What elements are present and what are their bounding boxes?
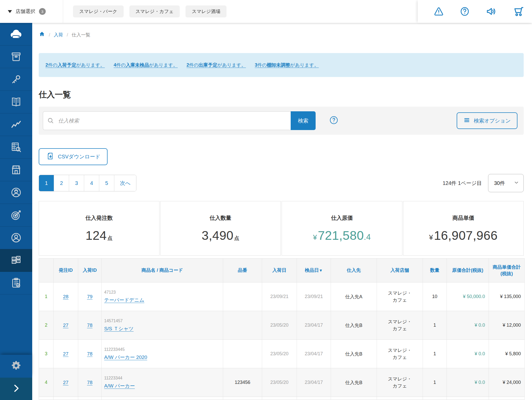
table-row: 1 28 79 47123テーパードデニム 23/09/21 23/09/21 … [39, 282, 525, 311]
sidebar-expand-button[interactable] [0, 378, 32, 400]
alert-icon[interactable] [433, 6, 444, 17]
page-button-1[interactable]: 1 [39, 175, 54, 191]
sidebar-item-settings[interactable] [0, 355, 32, 378]
notice-link-stocktake[interactable]: 3件の棚卸未調整があります。 [255, 62, 319, 68]
sidebar-item-customers[interactable] [0, 227, 32, 249]
search-icon [47, 117, 54, 125]
home-icon [39, 33, 45, 38]
page-button-3[interactable]: 3 [69, 175, 84, 191]
inventory-drawers-icon [10, 254, 22, 266]
help-icon[interactable] [459, 6, 470, 17]
product-name-link[interactable]: A/W パーカー [104, 383, 135, 389]
product-code: 11223344 [104, 376, 220, 380]
header-arrival-date[interactable]: 入荷日 [262, 259, 297, 282]
sidebar-item-staff[interactable] [0, 181, 32, 204]
order-id-link[interactable]: 27 [63, 322, 68, 328]
inspection-date: 23/04/17 [297, 311, 331, 340]
product-code: 47123 [104, 290, 220, 295]
supplier: 仕入先B [331, 311, 377, 340]
header-product[interactable]: 商品名 / 商品コード [102, 259, 223, 282]
customer-icon [10, 232, 22, 244]
header-supplier[interactable]: 仕入先 [331, 259, 377, 282]
page-size-select[interactable]: 30件 [488, 174, 524, 192]
header-part-number[interactable]: 品番 [223, 259, 262, 282]
clipboard-check-icon [10, 277, 22, 289]
search-help-button[interactable] [329, 115, 338, 126]
inspection-date: 23/04/17 [297, 368, 331, 397]
arrival-id-link[interactable]: 78 [87, 322, 92, 328]
page-button-2[interactable]: 2 [54, 175, 69, 191]
header-arrival-id[interactable]: 入荷ID [78, 259, 102, 282]
sidebar-item-catalog[interactable] [0, 91, 32, 113]
sidebar-item-cloud[interactable] [0, 23, 32, 46]
sidebar-item-products[interactable] [0, 46, 32, 68]
table-row: 3 27 78 112233445A/W パーカー 2020 23/05/20 … [39, 340, 525, 368]
notice-link-shipping[interactable]: 2件の出庫予定があります。 [187, 62, 246, 68]
csv-download-button[interactable]: CSVダウンロード [39, 148, 108, 165]
product-name-link[interactable]: テーパードデニム [104, 297, 144, 303]
summary-card-unit-price: 商品単価 ¥16,907,966 [403, 201, 524, 256]
store-selector-label: 店舗選択 [16, 8, 35, 15]
arrival-id-link[interactable]: 78 [87, 351, 92, 357]
sidebar-item-store[interactable] [0, 159, 32, 181]
order-id-link[interactable]: 27 [63, 351, 68, 357]
product-name-link[interactable]: A/W パーカー 2020 [104, 354, 147, 360]
header-inspection-date[interactable]: 検品日▼ [297, 259, 331, 282]
page-button-4[interactable]: 4 [84, 175, 99, 191]
store-tab-sakaba[interactable]: スマレジ酒場 [185, 5, 227, 17]
unit-price-total: ¥ 5,800 [489, 340, 525, 368]
part-number [223, 340, 262, 368]
store-count-badge: 3 [39, 8, 46, 15]
sidebar-item-inventory[interactable] [0, 249, 32, 272]
header-row-number [39, 259, 54, 282]
archive-box-icon [10, 51, 22, 63]
quantity: 1 [423, 340, 447, 368]
breadcrumb: / 入荷 / 仕入一覧 [39, 31, 524, 38]
sort-desc-icon: ▼ [319, 268, 323, 273]
sheet-search-icon [10, 141, 22, 153]
main-content: / 入荷 / 仕入一覧 2件の入荷予定があります。 4件の入庫未検品があります。… [32, 0, 532, 400]
row-number: 2 [39, 311, 54, 340]
table-header-row: 発注ID 入荷ID 商品名 / 商品コード 品番 入荷日 検品日▼ 仕入先 入荷… [39, 259, 525, 282]
notice-link-uninspected[interactable]: 4件の入庫未検品があります。 [114, 62, 178, 68]
arrival-date: 23/05/20 [262, 311, 297, 340]
product-name-link[interactable]: S/S Ｔシャツ [104, 326, 134, 331]
sidebar-item-target[interactable] [0, 204, 32, 227]
sidebar-item-keys[interactable] [0, 68, 32, 91]
announcement-icon[interactable] [485, 5, 497, 17]
search-input[interactable] [43, 111, 291, 130]
header-unit-price-total[interactable]: 商品単価合計(税抜) [489, 259, 525, 282]
breadcrumb-home-link[interactable] [39, 31, 45, 39]
search-options-button[interactable]: 検索オプション [457, 112, 517, 129]
row-number: 1 [39, 282, 54, 311]
trend-chart-icon [10, 119, 22, 131]
sidebar-item-tasks[interactable] [0, 272, 32, 294]
sidebar-item-reports[interactable] [0, 136, 32, 159]
arrival-id-link[interactable]: 79 [87, 294, 92, 299]
dropdown-caret-icon [8, 10, 12, 13]
header-store[interactable]: 入荷店舗 [377, 259, 423, 282]
topbar: 店舗選択 3 スマレジ・パーク スマレジ・カフェ スマレジ酒場 [0, 0, 532, 23]
arrival-date: 23/05/20 [262, 340, 297, 368]
store-tab-park[interactable]: スマレジ・パーク [73, 5, 124, 17]
header-quantity[interactable]: 数量 [423, 259, 447, 282]
summary-card-cost: 仕入原価 ¥721,580.4 [282, 201, 402, 256]
arrival-id-link[interactable]: 78 [87, 380, 92, 385]
store-selector[interactable]: 店舗選択 3 [0, 0, 63, 23]
search-button[interactable]: 検索 [291, 111, 316, 130]
header-order-id[interactable]: 発注ID [54, 259, 78, 282]
order-id-link[interactable]: 28 [63, 294, 68, 299]
gear-icon [10, 359, 22, 373]
notice-link-arrival[interactable]: 2件の入荷予定があります。 [45, 62, 105, 68]
breadcrumb-separator: / [67, 32, 68, 38]
supplier: 仕入先B [331, 368, 377, 397]
page-button-5[interactable]: 5 [99, 175, 114, 191]
next-page-button[interactable]: 次へ [114, 175, 136, 191]
cart-icon[interactable] [512, 5, 525, 18]
breadcrumb-section-link[interactable]: 入荷 [54, 32, 63, 38]
store-tab-cafe[interactable]: スマレジ・カフェ [129, 5, 180, 17]
order-id-link[interactable]: 27 [63, 380, 68, 385]
header-cost-total[interactable]: 原価合計(税抜) [447, 259, 489, 282]
sidebar-item-analytics[interactable] [0, 113, 32, 136]
product-code: 112233445 [104, 347, 220, 352]
